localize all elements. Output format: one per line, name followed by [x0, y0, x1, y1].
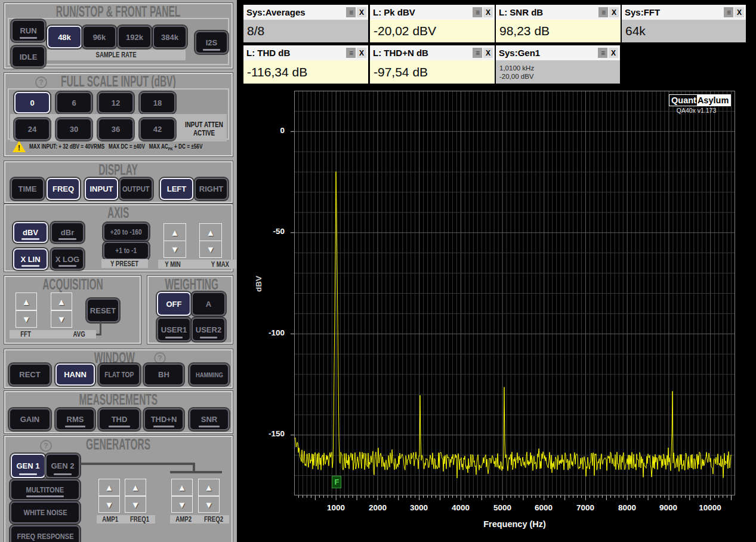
section-title: DISPLAY — [5, 162, 232, 177]
close-icon[interactable]: X — [483, 7, 493, 17]
freq2-up-button[interactable]: ▲ — [198, 479, 220, 496]
white-noise-button[interactable]: WHITE NOISE — [10, 501, 80, 523]
menu-icon[interactable]: ≡ — [724, 7, 733, 17]
sample-rate-48k-button[interactable]: 48k — [47, 26, 82, 48]
sample-rate-192k-button[interactable]: 192k — [118, 26, 152, 48]
fsi-12-button[interactable]: 12 — [98, 92, 134, 113]
fsi-6-button[interactable]: 6 — [56, 92, 92, 113]
display-freq-button[interactable]: FREQ — [47, 178, 80, 200]
close-icon[interactable]: X — [609, 48, 618, 58]
fsi-36-button[interactable]: 36 — [98, 118, 134, 140]
meas-gain-button[interactable]: GAIN — [9, 408, 51, 430]
freq1-up-button[interactable]: ▲ — [125, 479, 146, 496]
tile-header: L: THD+N dB ≡ X — [370, 45, 495, 60]
meas-thd-button[interactable]: THD — [98, 408, 140, 430]
y-preset-20-160-button[interactable]: +20 to -160 — [103, 223, 149, 241]
y-min-max-labels: Y MINY MAX — [158, 260, 236, 269]
y-max-up-button[interactable]: ▲ — [199, 223, 222, 241]
avg-down-button[interactable]: ▼ — [51, 310, 72, 328]
fft-trace — [295, 172, 732, 478]
sample-rate-96k-button[interactable]: 96k — [82, 26, 116, 48]
close-icon[interactable]: X — [483, 48, 493, 58]
menu-icon[interactable]: ≡ — [598, 7, 608, 17]
y-min-up-button[interactable]: ▲ — [163, 223, 186, 241]
meas-rms-button[interactable]: RMS — [55, 408, 95, 430]
gen2-button[interactable]: GEN 2 — [45, 454, 80, 478]
gen1-button[interactable]: GEN 1 — [11, 454, 45, 478]
display-right-button[interactable]: RIGHT — [195, 178, 228, 200]
meas-thdn-button[interactable]: THD+N — [144, 408, 184, 430]
reset-button[interactable]: RESET — [87, 298, 119, 322]
fsi-18-button[interactable]: 18 — [140, 92, 175, 113]
fft-down-button[interactable]: ▼ — [16, 310, 37, 328]
fsi-24-button[interactable]: 24 — [14, 118, 50, 140]
axis-dbv-button[interactable]: dBV — [13, 222, 48, 243]
meas-snr-button[interactable]: SNR — [189, 408, 229, 430]
fsi-30-button[interactable]: 30 — [56, 118, 92, 140]
display-time-button[interactable]: TIME — [11, 178, 44, 200]
freq1-down-button[interactable]: ▼ — [125, 496, 146, 513]
section-axis: AXIS dBV dBr X LIN X LOG +20 to -160 +1 … — [4, 204, 233, 272]
section-title: ACQUISITION — [5, 277, 140, 291]
freq-response-button[interactable]: FREQ RESPONSE — [10, 525, 80, 542]
fsi-0-button[interactable]: 0 — [14, 92, 50, 113]
weighting-a-button[interactable]: A — [192, 292, 226, 316]
section-full-scale-input: ? FULL SCALE INPUT (dBV) 0 6 12 18 24 30… — [4, 73, 233, 156]
amp1-up-button[interactable]: ▲ — [98, 479, 120, 496]
weighting-user1-button[interactable]: USER1 — [157, 318, 191, 341]
menu-icon[interactable]: ≡ — [346, 7, 356, 17]
close-icon[interactable]: X — [735, 7, 744, 17]
axis-xlin-button[interactable]: X LIN — [13, 248, 48, 270]
axis-dbr-button[interactable]: dBr — [51, 222, 84, 243]
menu-icon[interactable]: ≡ — [473, 7, 482, 17]
idle-button[interactable]: IDLE — [11, 46, 45, 67]
window-rect-button[interactable]: RECT — [9, 364, 51, 386]
freq2-down-button[interactable]: ▼ — [198, 496, 220, 513]
tile-thdn: L: THD+N dB ≡ X -97,54 dB — [370, 45, 495, 84]
fft-up-button[interactable]: ▲ — [16, 292, 37, 310]
section-title: GENERATORS — [5, 437, 232, 451]
window-hann-button[interactable]: HANN — [55, 364, 95, 386]
tile-body: -97,54 dB — [370, 60, 495, 84]
menu-icon[interactable]: ≡ — [473, 48, 482, 58]
amp2-freq2-labels: AMP2FREQ2 — [170, 515, 229, 523]
i2s-button[interactable]: I2S — [195, 31, 228, 54]
tile-value: 8/8 — [247, 24, 368, 38]
y-preset-1-1-button[interactable]: +1 to -1 — [103, 242, 149, 260]
run-button[interactable]: RUN — [11, 20, 45, 42]
amp2-down-button[interactable]: ▼ — [171, 496, 193, 513]
avg-up-button[interactable]: ▲ — [51, 292, 72, 310]
axis-xlog-button[interactable]: X LOG — [51, 248, 84, 270]
tile-body: 98,23 dB — [496, 20, 621, 42]
control-panel: RUN/STOP & FRONT PANEL RUN IDLE 48k 96k … — [0, 0, 237, 542]
spectrum-plot[interactable]: QuantAsylum QA40x v1.173 F — [294, 91, 735, 495]
y-max-down-button[interactable]: ▼ — [199, 241, 222, 258]
fsi-42-button[interactable]: 42 — [140, 118, 175, 140]
multitone-button[interactable]: MULTITONE — [10, 479, 80, 500]
menu-icon[interactable]: ≡ — [346, 48, 356, 58]
section-title: WINDOW — [5, 350, 232, 365]
tile-value: -116,34 dB — [247, 66, 368, 79]
window-flattop-button[interactable]: FLAT TOP — [98, 364, 140, 386]
display-left-button[interactable]: LEFT — [160, 178, 193, 200]
spectrum-svg — [294, 91, 735, 495]
display-output-button[interactable]: OUTPUT — [119, 178, 153, 200]
close-icon[interactable]: X — [357, 7, 366, 17]
max-input-warning: MAX INPUT: + 32 dBV = 40VRMS MAX DC = ±4… — [29, 143, 240, 151]
close-icon[interactable]: X — [357, 48, 366, 58]
window-hamming-button[interactable]: HAMMING — [189, 364, 229, 386]
x-tick-label: 2000 — [360, 503, 396, 512]
close-icon[interactable]: X — [609, 7, 619, 17]
help-icon[interactable]: ? — [154, 352, 166, 364]
window-bh-button[interactable]: BH — [144, 364, 184, 386]
display-input-button[interactable]: INPUT — [85, 178, 118, 200]
sample-rate-384k-button[interactable]: 384k — [153, 26, 187, 48]
amp1-down-button[interactable]: ▼ — [98, 496, 120, 513]
menu-icon[interactable]: ≡ — [598, 48, 607, 58]
fundamental-marker[interactable]: F — [332, 476, 341, 488]
amp2-up-button[interactable]: ▲ — [171, 479, 193, 496]
weighting-user2-button[interactable]: USER2 — [192, 318, 226, 341]
weighting-off-button[interactable]: OFF — [157, 292, 191, 316]
y-min-down-button[interactable]: ▼ — [163, 241, 186, 258]
tile-sys-fft: Sys:FFT ≡ X 64k — [622, 5, 746, 42]
